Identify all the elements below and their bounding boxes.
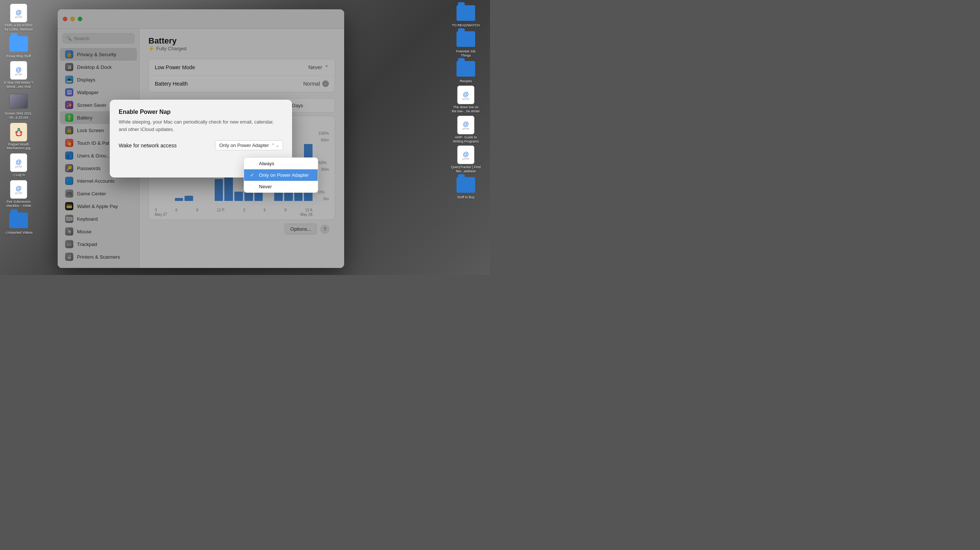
- desktop: @ HTTP FMN, a list of films by LizBa...t…: [0, 0, 490, 275]
- dropdown-label-never: Never: [259, 184, 272, 190]
- list-item[interactable]: Potential Job Things: [447, 30, 484, 58]
- wake-network-row: Wake for network access Only on Power Ad…: [119, 140, 283, 150]
- list-item[interactable]: @ HTTP Fee Submission checklist – XWiki: [2, 180, 35, 208]
- power-nap-dialog: Enable Power Nap While sleeping, your Ma…: [110, 100, 292, 177]
- list-item[interactable]: TO READ/WATCH: [447, 4, 484, 27]
- dropdown-arrow-icon: ⌃ ⌄: [271, 143, 279, 148]
- desktop-icons-right: TO READ/WATCH Potential Job Things Recip…: [445, 0, 486, 203]
- dialog-overlay: Enable Power Nap While sleeping, your Ma…: [58, 9, 344, 268]
- list-item[interactable]: @ HTTP 8-Year-Old Writes "I Wond...oes V…: [2, 61, 35, 89]
- list-item[interactable]: ◁ Imported Videos: [2, 211, 35, 235]
- wake-network-value: Only on Power Adapter: [219, 142, 269, 148]
- list-item[interactable]: @ HTTP FMN, a list of films by LizBa...t…: [2, 4, 35, 32]
- dialog-description: While sleeping, your Mac can periodicall…: [119, 118, 283, 133]
- dropdown-menu: Always ✓ Only on Power Adapter Never: [244, 158, 318, 193]
- list-item[interactable]: 🪆 Puppet Mouth Mechanism!.jpg: [2, 123, 35, 151]
- list-item[interactable]: Recipes: [447, 59, 484, 83]
- system-preferences-window: 🔍 Search 🔒 Privacy & Security 🖥 Desktop …: [58, 9, 344, 268]
- list-item[interactable]: @ HTTP AWP- Guide to Writing Programs: [447, 116, 484, 143]
- desktop-icons-left: @ HTTP FMN, a list of films by LizBa...t…: [0, 0, 37, 238]
- list-item[interactable]: @ HTTP ◁ Log In: [2, 153, 35, 177]
- check-mark-only-power: ✓: [250, 172, 256, 178]
- wake-network-dropdown[interactable]: Only on Power Adapter ⌃ ⌄: [215, 140, 283, 150]
- dialog-title: Enable Power Nap: [119, 108, 283, 115]
- wake-network-label: Wake for network access: [119, 142, 177, 148]
- list-item[interactable]: Screen Shot 2021-08...6.33 AM: [2, 92, 35, 120]
- dropdown-label-only-power: Only on Power Adapter: [259, 172, 309, 178]
- list-item[interactable]: Stuff to Buy: [447, 175, 484, 199]
- dropdown-item-never[interactable]: Never: [244, 181, 318, 192]
- list-item[interactable]: Essay-Blog Stuff: [2, 35, 35, 58]
- dropdown-label-always: Always: [259, 161, 274, 166]
- list-item[interactable]: @ HTTP The down low on the low-...he Wri…: [447, 86, 484, 113]
- dropdown-item-always[interactable]: Always: [244, 158, 318, 169]
- list-item[interactable]: @ HTTP QueryTracker | Find liter...ataba…: [447, 145, 484, 174]
- dropdown-item-only-power[interactable]: ✓ Only on Power Adapter: [244, 169, 318, 181]
